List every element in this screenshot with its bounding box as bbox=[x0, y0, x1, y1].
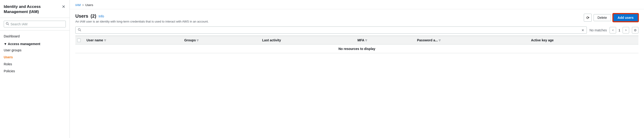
svg-line-1 bbox=[8, 24, 9, 25]
col-sort-groups[interactable]: Groups ▽ bbox=[184, 38, 198, 42]
clear-search-icon[interactable]: ✕ bbox=[582, 28, 584, 32]
breadcrumb-separator: > bbox=[82, 3, 84, 7]
search-iam-input[interactable] bbox=[10, 22, 64, 26]
sidebar-search-wrap bbox=[0, 18, 70, 30]
select-all-checkbox[interactable] bbox=[77, 38, 81, 42]
search-icon bbox=[6, 22, 9, 26]
sidebar-search-container bbox=[4, 21, 66, 28]
panel-title-count: (2) bbox=[91, 14, 96, 19]
page-number: 1 bbox=[618, 28, 621, 32]
panel-top: Users (2) Info An IAM user is an identit… bbox=[75, 14, 638, 23]
sidebar-item-user-groups[interactable]: User groups bbox=[0, 47, 70, 54]
table-search-icon bbox=[78, 28, 81, 32]
refresh-button[interactable]: ⟳ bbox=[584, 14, 592, 22]
sidebar-close-button[interactable]: ✕ bbox=[62, 4, 66, 9]
add-users-button[interactable]: Add users bbox=[613, 14, 638, 22]
no-resources-cell: No resources to display bbox=[75, 44, 638, 53]
col-active-key-age: Active key age bbox=[528, 36, 638, 44]
sidebar: Identity and Access Management (IAM) ✕ D… bbox=[0, 0, 70, 138]
col-password-age: Password a... ▽ bbox=[414, 36, 528, 44]
users-table: User name ▽ Groups ▽ Last activity bbox=[75, 36, 638, 53]
table-container: User name ▽ Groups ▽ Last activity bbox=[75, 36, 638, 53]
sidebar-item-users[interactable]: Users bbox=[0, 54, 70, 61]
sidebar-item-label-roles: Roles bbox=[4, 62, 12, 66]
sidebar-item-label-users: Users bbox=[4, 55, 13, 59]
col-password-age-label: Password a... bbox=[417, 38, 438, 42]
sidebar-item-dashboard[interactable]: Dashboard bbox=[0, 33, 70, 40]
col-sort-password-age[interactable]: Password a... ▽ bbox=[417, 38, 440, 42]
refresh-icon: ⟳ bbox=[586, 16, 589, 20]
panel-actions: ⟳ Delete Add users bbox=[584, 14, 638, 22]
svg-line-3 bbox=[80, 30, 81, 31]
sidebar-header: Identity and Access Management (IAM) ✕ bbox=[0, 0, 70, 18]
breadcrumb: IAM > Users bbox=[70, 0, 644, 9]
breadcrumb-current: Users bbox=[85, 3, 93, 7]
no-matches-label: No matches bbox=[590, 28, 607, 32]
sidebar-item-label-policies: Policies bbox=[4, 69, 15, 73]
col-mfa: MFA ▽ bbox=[355, 36, 414, 44]
panel-title-area: Users (2) Info An IAM user is an identit… bbox=[75, 14, 208, 23]
main-content: IAM > Users Users (2) Info An IAM user i… bbox=[70, 0, 644, 138]
sort-password-age-icon: ▽ bbox=[439, 39, 440, 42]
sort-username-icon: ▽ bbox=[104, 39, 106, 42]
col-groups-label: Groups bbox=[184, 38, 196, 42]
sidebar-item-dashboard-label: Dashboard bbox=[4, 34, 20, 38]
col-last-activity-label: Last activity bbox=[262, 38, 281, 42]
sidebar-item-roles[interactable]: Roles bbox=[0, 61, 70, 68]
col-active-key-age-label: Active key age bbox=[531, 38, 554, 42]
settings-button[interactable]: ⚙ bbox=[632, 27, 638, 34]
prev-page-button[interactable]: < bbox=[610, 27, 616, 34]
sort-groups-icon: ▽ bbox=[197, 39, 198, 42]
info-link[interactable]: Info bbox=[98, 14, 104, 18]
breadcrumb-iam-link[interactable]: IAM bbox=[75, 3, 81, 7]
chevron-down-icon: ▼ bbox=[4, 42, 7, 46]
sidebar-section-access-management[interactable]: ▼ Access management bbox=[0, 40, 70, 47]
table-body: No resources to display bbox=[75, 44, 638, 53]
no-resources-row: No resources to display bbox=[75, 44, 638, 53]
col-sort-mfa[interactable]: MFA ▽ bbox=[358, 38, 367, 42]
panel-title-text: Users bbox=[75, 14, 88, 19]
col-sort-username[interactable]: User name ▽ bbox=[86, 38, 106, 42]
sidebar-nav: Dashboard ▼ Access management User group… bbox=[0, 30, 70, 138]
col-groups: Groups ▽ bbox=[181, 36, 259, 44]
col-username-label: User name bbox=[86, 38, 103, 42]
col-username: User name ▽ bbox=[84, 36, 181, 44]
table-search-row: ✕ No matches < 1 > ⚙ bbox=[75, 26, 638, 36]
sidebar-item-label-user-groups: User groups bbox=[4, 48, 22, 52]
sort-mfa-icon: ▽ bbox=[365, 39, 367, 42]
delete-button[interactable]: Delete bbox=[594, 14, 611, 21]
col-mfa-label: MFA bbox=[358, 38, 364, 42]
select-all-column bbox=[75, 36, 84, 44]
sidebar-item-policies[interactable]: Policies bbox=[0, 68, 70, 74]
next-page-button[interactable]: > bbox=[622, 27, 629, 34]
users-panel: Users (2) Info An IAM user is an identit… bbox=[70, 9, 644, 138]
table-header-row: User name ▽ Groups ▽ Last activity bbox=[75, 36, 638, 44]
access-management-label: Access management bbox=[8, 42, 40, 46]
sidebar-title: Identity and Access Management (IAM) bbox=[4, 4, 62, 14]
table-search-container: ✕ bbox=[75, 26, 587, 34]
pagination-controls: < 1 > bbox=[610, 27, 629, 34]
panel-title: Users (2) Info bbox=[75, 14, 208, 19]
table-filter-input[interactable] bbox=[82, 28, 580, 32]
panel-description: An IAM user is an identity with long-ter… bbox=[75, 20, 208, 23]
col-last-activity: Last activity bbox=[260, 36, 355, 44]
